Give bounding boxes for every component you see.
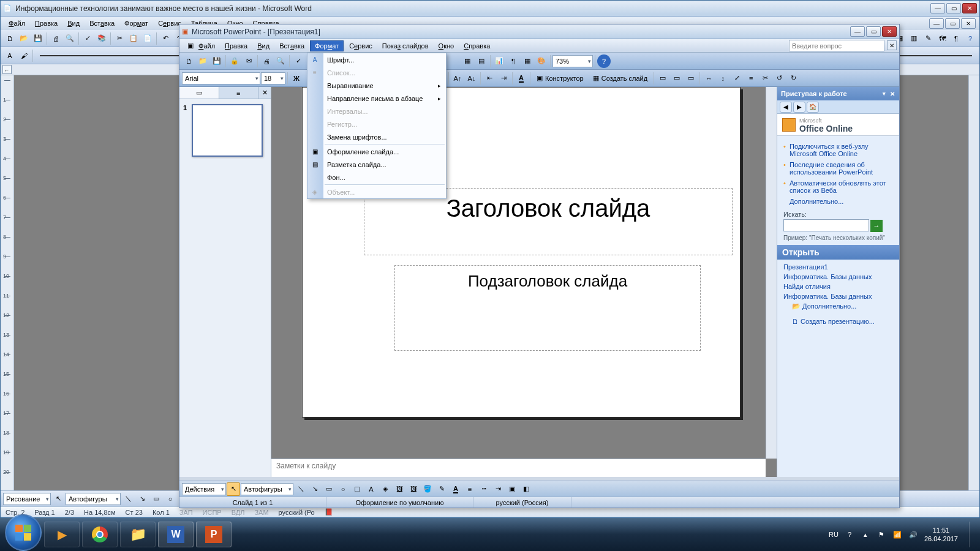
taskbar-word[interactable]: W [158,522,194,547]
task-create[interactable]: 🗋 Создать презентацию... [783,317,893,326]
word-scrollbar-v[interactable] [968,75,979,490]
recent-4[interactable]: Информатика. Базы данных [783,291,893,301]
format-menu-dropdown[interactable]: AШрифт... ≡Список... Выравнивание▸ Напра… [307,53,447,199]
pp-drawing-toolbar[interactable]: Действия ↖ Автофигуры ＼ ↘ ▭ ○ ▢ A ◈ 🖼 🖼 … [179,481,899,497]
status-book-icon[interactable]: 📕 [325,508,333,516]
pp-tb-c[interactable]: ▭ [684,72,698,85]
pp-font-size[interactable]: 18 [261,72,285,84]
pp-menu-view[interactable]: Вид [253,41,274,51]
pp-help-input[interactable] [789,40,884,51]
word-draw-actions[interactable]: Рисование [3,493,51,505]
pp-tb-d[interactable]: ↔ [702,72,715,85]
pp-incindent-icon[interactable]: ⇥ [497,72,510,85]
task-nav[interactable]: ◀ ▶ 🏠 [777,100,899,114]
pp-menu-window[interactable]: Окно [434,41,459,51]
pp-format-toolbar[interactable]: Arial 18 Ж ¶ A↑ A↓ ⇤ ⇥ A ▣ Конструктор ▦… [179,70,899,87]
status-lang[interactable]: русский (Ро [279,509,315,516]
word-menu-edit[interactable]: Правка [31,18,62,28]
recent-3[interactable]: Найди отличия [783,282,893,291]
pp-shadow-icon[interactable]: ▣ [505,482,519,496]
preview-icon[interactable]: 🔍 [63,32,77,45]
pp-tb-j[interactable]: ↻ [786,72,800,85]
oval-icon[interactable]: ○ [164,492,177,506]
tray-volume-icon[interactable]: 🔊 [908,530,918,539]
taskbar-explorer[interactable]: 📁 [120,522,156,547]
columns-icon[interactable]: ▥ [907,32,921,45]
task-search-go[interactable]: → [870,220,883,232]
pp-line-icon[interactable]: ＼ [294,482,307,496]
open-icon[interactable]: 📂 [17,32,31,45]
pp-minimize-button[interactable]: — [850,26,865,37]
pp-close-button[interactable]: ✕ [882,26,897,37]
pp-designer-button[interactable]: ▣ Конструктор [532,72,588,85]
windows-taskbar[interactable]: ▶ 📁 W P RU ? ▴ ⚑ 📶 🔊 11:51 26.04.2017 [0,518,980,551]
taskbar-powerpoint[interactable]: P [196,522,232,547]
pp-inserttable-icon[interactable]: ▤ [475,54,488,68]
pp-chart-icon[interactable]: 📊 [492,54,506,68]
pp-tb-g[interactable]: ≡ [744,72,758,85]
pp-fontcolor-icon2[interactable]: A [449,482,462,496]
pp-picture-icon[interactable]: 🖼 [407,482,420,496]
pp-tb-e[interactable]: ↕ [716,72,729,85]
map-icon[interactable]: 🗺 [935,32,949,45]
task-pane-header[interactable]: Приступая к работе ▾ ✕ [777,87,899,100]
task-open-more[interactable]: 📂 Дополнительно... [783,301,893,312]
word-doc-restore[interactable]: ▭ [945,18,960,29]
pp-menu-insert[interactable]: Вставка [275,41,309,51]
help-icon[interactable]: ? [963,32,977,45]
pp-fontcolor-icon[interactable]: A [514,72,528,85]
start-button[interactable] [5,514,42,551]
pp-titlebar[interactable]: ▣ Microsoft PowerPoint - [Презентация1] … [179,24,899,39]
word-titlebar[interactable]: 📄 Информационные технологии занимают важ… [1,1,979,17]
style-icon[interactable]: A [3,49,17,62]
pp-newslide-button[interactable]: ▦ Создать слайд [589,72,652,85]
pp-diagram-icon[interactable]: ◈ [379,482,392,496]
pp-table-icon[interactable]: ▦ [461,54,474,68]
pp-wordart-icon[interactable]: A [364,482,378,496]
pp-thumbnail-pane[interactable]: ▭ ≡ ✕ 1 [179,87,271,477]
pp-decfont-icon[interactable]: A↓ [465,72,478,85]
cut-icon[interactable]: ✂ [113,32,126,45]
line-icon[interactable]: ＼ [121,492,135,506]
task-link-news[interactable]: Последние сведения об использовании Powe… [783,159,893,178]
pp-tab-outline[interactable]: ≡ [219,87,259,99]
pp-menu-file[interactable]: Файл [194,41,219,51]
word-doc-close[interactable]: ✕ [961,18,976,29]
pp-font-name[interactable]: Arial [182,72,260,84]
tray-up-icon[interactable]: ▴ [861,530,870,539]
copy-icon[interactable]: 📋 [127,32,140,45]
pp-print-icon[interactable]: 🖨 [260,54,273,68]
pp-draw-actions[interactable]: Действия [182,483,226,495]
pp-doc-close[interactable]: ✕ [887,40,897,50]
menu-align[interactable]: Выравнивание▸ [307,79,446,92]
pp-tb-i[interactable]: ↺ [772,72,786,85]
pp-new-icon[interactable]: 🗋 [182,54,195,68]
taskbar-chrome[interactable] [82,522,118,547]
word-menu-format[interactable]: Формат [120,18,153,28]
pp-save-icon[interactable]: 💾 [210,54,224,68]
pp-dash-icon[interactable]: ┅ [477,482,491,496]
pp-perm-icon[interactable]: 🔒 [228,54,241,68]
task-home-icon[interactable]: 🏠 [807,102,819,113]
system-tray[interactable]: RU ? ▴ ⚑ 📶 🔊 11:51 26.04.2017 [829,522,975,547]
rect-icon[interactable]: ▭ [149,492,163,506]
pp-menu-tools[interactable]: Сервис [345,41,377,51]
pp-zoom[interactable]: 73% [552,55,593,67]
menu-slidelayout[interactable]: ▤Разметка слайда... [307,158,446,171]
pp-tab-slides[interactable]: ▭ [179,87,219,99]
word-menu-view[interactable]: Вид [63,18,84,28]
pp-arrowstyle-icon[interactable]: ⇥ [491,482,505,496]
pp-grid-icon[interactable]: ▦ [521,54,534,68]
tray-help-icon[interactable]: ? [845,530,854,539]
menu-slidedesign[interactable]: ▣Оформление слайда... [307,145,446,158]
task-fwd-icon[interactable]: ▶ [793,102,805,113]
pp-3d-icon[interactable]: ◧ [519,482,533,496]
subtitle-placeholder[interactable]: Подзаголовок слайда [394,265,701,351]
pp-menu-edit[interactable]: Правка [221,41,252,51]
pp-tb-f[interactable]: ⤢ [730,72,744,85]
word-minimize-button[interactable]: — [930,3,945,13]
new-icon[interactable]: 🗋 [3,32,17,45]
task-dropdown-icon[interactable]: ▾ [883,91,886,97]
select-icon[interactable]: ↖ [51,492,65,506]
spell-icon[interactable]: ✓ [81,32,94,45]
